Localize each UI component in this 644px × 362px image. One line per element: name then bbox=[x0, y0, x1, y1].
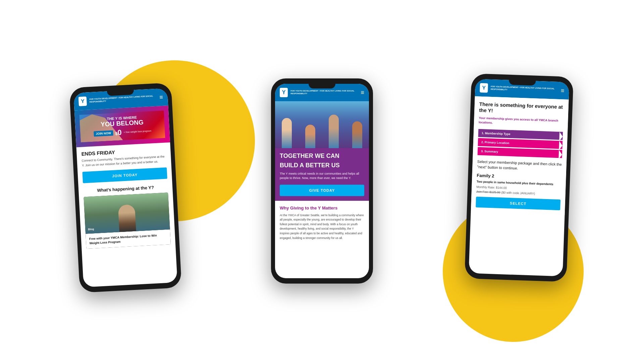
phone3-content: There is something for everyone at the Y… bbox=[471, 96, 569, 215]
phone2-water-people bbox=[275, 115, 369, 148]
phone2: Y FOR YOUTH DEVELOPMENT • FOR HEALTHY LI… bbox=[271, 78, 373, 284]
phone2-person1 bbox=[282, 118, 292, 148]
phone3-step3-label: 3. Summary bbox=[481, 149, 498, 154]
phone2-headline-line2: BUILD A BETTER US bbox=[280, 162, 364, 169]
phone1-join-today-button[interactable]: JOIN TODAY bbox=[83, 167, 167, 183]
phone2-headline-line1: TOGETHER WE CAN bbox=[280, 153, 364, 160]
phone3-step2-label: 2. Primary Location bbox=[481, 140, 509, 145]
phone3-step1-label: 1. Membership Type bbox=[481, 131, 510, 136]
phone1-menu-icon[interactable]: ≡ bbox=[159, 94, 163, 101]
phone1-notch bbox=[107, 87, 134, 96]
phone3-subtitle: Your membership gives you access to all … bbox=[478, 116, 563, 127]
phone3-join-fee-code: ($0 with code JANUARY) bbox=[501, 191, 535, 195]
phone2-menu-icon[interactable]: ≡ bbox=[361, 89, 364, 96]
phone2-giving-section: Why Giving to the Y Matters At the YMCA … bbox=[275, 201, 369, 245]
phone2-tagline: FOR YOUTH DEVELOPMENT • FOR HEALTHY LIVI… bbox=[290, 90, 361, 95]
phone2-screen: Y FOR YOUTH DEVELOPMENT • FOR HEALTHY LI… bbox=[275, 84, 369, 278]
phone1: Y FOR YOUTH DEVELOPMENT • FOR HEALTHY LI… bbox=[69, 82, 182, 293]
phone2-logo: Y FOR YOUTH DEVELOPMENT • FOR HEALTHY LI… bbox=[280, 88, 361, 97]
phone2-notch bbox=[309, 81, 335, 88]
phone3-step3-bar[interactable]: 3. Summary bbox=[477, 147, 562, 158]
phone1-card-image: Blog bbox=[84, 192, 170, 234]
phone2-hero bbox=[275, 101, 369, 148]
phone2-y-logo: Y bbox=[280, 88, 288, 97]
phone3-join-fee-strikethrough: Join Fee: $125.00 bbox=[476, 190, 500, 194]
phone2-wrapper: Y FOR YOUTH DEVELOPMENT • FOR HEALTHY LI… bbox=[271, 78, 373, 284]
phone3-step3-arrow bbox=[558, 150, 562, 159]
phone1-zero: 0 bbox=[117, 128, 122, 137]
phone1-card: Blog Free with your YMCA Membership: Los… bbox=[84, 192, 171, 249]
phone2-giving-title: Why Giving to the Y Matters bbox=[280, 205, 364, 210]
phone2-give-today-button[interactable]: GIVE TODAY bbox=[280, 185, 364, 196]
phone1-banner-image: THE Y IS WHERE YOU BELONG JOIN NOW $ 0 bbox=[79, 111, 165, 142]
phone2-content: TOGETHER WE CAN BUILD A BETTER US The Y … bbox=[275, 148, 369, 201]
phone2-giving-text: At the YMCA of Greater Seattle, we're bu… bbox=[280, 213, 364, 241]
phone1-join-now-text: JOIN NOW bbox=[96, 131, 111, 135]
phone2-person2 bbox=[305, 125, 315, 148]
phone3: Y FOR YOUTH DEVELOPMENT • FOR HEALTHY LI… bbox=[464, 73, 573, 282]
phone1-happening-heading: What's happening at the Y? bbox=[83, 184, 168, 193]
phone1-y-logo: Y bbox=[78, 97, 87, 106]
phone3-wrapper: Y FOR YOUTH DEVELOPMENT • FOR HEALTHY LI… bbox=[468, 78, 570, 284]
phone3-title: There is something for everyone at the Y… bbox=[479, 101, 564, 116]
phone1-tagline: FOR YOUTH DEVELOPMENT • FOR HEALTHY LIVI… bbox=[89, 95, 160, 104]
phone1-description: Connect to Community. There's something … bbox=[82, 155, 167, 168]
phone3-tagline: FOR YOUTH DEVELOPMENT • FOR HEALTHY LIVI… bbox=[490, 85, 561, 93]
phone3-step1-arrow bbox=[559, 132, 563, 141]
scene: Y FOR YOUTH DEVELOPMENT • FOR HEALTHY LI… bbox=[0, 0, 644, 362]
phone2-subtext: The Y meets critical needs in our commun… bbox=[280, 172, 364, 181]
phone1-free-text: + free weight loss program bbox=[124, 130, 152, 134]
phone3-package-name: Family 2 bbox=[477, 173, 561, 181]
phone3-menu-icon[interactable]: ≡ bbox=[560, 87, 564, 94]
phone1-content: ENDS FRIDAY Connect to Community. There'… bbox=[76, 142, 176, 253]
phone2-person3 bbox=[329, 115, 339, 148]
phone1-screen: Y FOR YOUTH DEVELOPMENT • FOR HEALTHY LI… bbox=[73, 88, 177, 287]
phone3-step2-arrow bbox=[559, 141, 562, 150]
phone3-notch bbox=[509, 77, 536, 86]
phone1-join-now-badge: JOIN NOW bbox=[94, 130, 113, 137]
phone3-y-logo: Y bbox=[480, 83, 488, 93]
phone2-person4 bbox=[352, 121, 362, 148]
phone1-wrapper: Y FOR YOUTH DEVELOPMENT • FOR HEALTHY LI… bbox=[74, 78, 176, 284]
phone3-screen: Y FOR YOUTH DEVELOPMENT • FOR HEALTHY LI… bbox=[469, 79, 569, 276]
phone3-package-description: Two people in same household plus their … bbox=[476, 180, 561, 186]
phone3-select-button[interactable]: SELECT bbox=[476, 197, 560, 210]
phone1-card-label: Blog bbox=[88, 228, 94, 231]
phone1-banner-sub: JOIN NOW $ 0 + free weight loss program bbox=[94, 127, 152, 138]
phone3-select-instructions: Select your membership package and then … bbox=[477, 159, 562, 173]
phone1-banner: THE Y IS WHERE YOU BELONG JOIN NOW $ 0 bbox=[74, 106, 170, 147]
